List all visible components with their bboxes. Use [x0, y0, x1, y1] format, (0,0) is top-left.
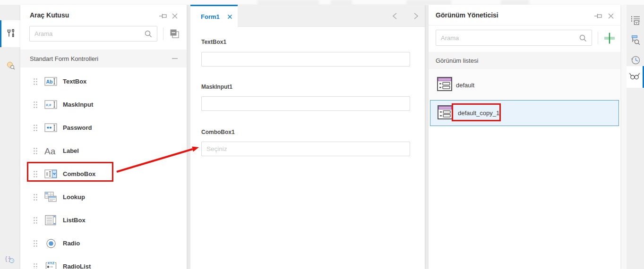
collapse-section-icon[interactable]: [171, 54, 179, 63]
code-help-icon: { } ?: [5, 254, 16, 266]
right-rail: [627, 5, 644, 269]
element-tree-search-icon: [630, 35, 641, 47]
maskinput-icon: #.#: [44, 99, 58, 110]
toolbox-item-label: Password: [63, 124, 92, 131]
form-canvas-panel: Form1 TextBox1 MaskInput1 ComboBox1: [190, 5, 425, 269]
view-list-section-header: Görünüm listesi: [429, 52, 620, 69]
rail-item-insights[interactable]: [0, 56, 20, 77]
toolbox-item-radiolist[interactable]: XYZ RadioList: [20, 255, 187, 269]
pin-icon[interactable]: [158, 11, 168, 21]
toolbox-item-label-control[interactable]: Aa Label: [20, 139, 187, 162]
field-label-textbox1: TextBox1: [201, 39, 226, 45]
divider: [598, 32, 598, 44]
listbox-icon: [44, 215, 58, 226]
combobox1-input[interactable]: [201, 142, 410, 156]
maskinput1-input[interactable]: [201, 96, 410, 111]
toolbox-item-radio[interactable]: Radio: [20, 232, 187, 255]
properties-list-icon: [630, 15, 641, 27]
close-icon[interactable]: [170, 11, 180, 21]
drag-handle-icon[interactable]: [33, 78, 38, 85]
radiolist-icon: XYZ: [44, 261, 58, 269]
toolbox-section-header: Standart Form Kontrolleri: [20, 50, 187, 67]
bulb-search-icon: [6, 61, 15, 72]
textbox1-input[interactable]: [201, 52, 410, 67]
toolbox-section-title: Standart Form Kontrolleri: [30, 55, 98, 62]
toolbox-item-label: Label: [63, 147, 79, 154]
toolbox-item-label: RadioList: [63, 263, 91, 269]
tab-nav-next-icon[interactable]: [411, 11, 421, 21]
toolbox-item-textbox[interactable]: Ab TextBox: [20, 70, 187, 93]
textbox-icon: Ab: [44, 76, 58, 87]
search-icon: [579, 34, 587, 44]
top-background-strip: [0, 0, 644, 5]
lookup-icon: [44, 192, 58, 203]
history-icon: [630, 55, 641, 67]
tools-icon: [6, 28, 16, 40]
preview-glasses-icon: [629, 72, 640, 82]
field-label-maskinput1: MaskInput1: [201, 84, 232, 90]
view-item-default-copy-1[interactable]: default_copy_1: [430, 100, 619, 126]
view-icon: [437, 76, 453, 93]
toolbox-item-label: Lookup: [63, 193, 85, 201]
drag-handle-icon[interactable]: [33, 263, 38, 269]
drag-handle-icon[interactable]: [33, 217, 38, 224]
svg-text:?: ?: [11, 259, 13, 263]
toolbox-item-maskinput[interactable]: #.# MaskInput: [20, 93, 187, 116]
search-icon: [144, 30, 153, 40]
toolbox-panel: Araç Kutusu Standart Form Kontrolleri: [20, 5, 187, 269]
view-icon: [437, 105, 453, 122]
panel-gap: [187, 5, 190, 269]
toolbox-item-label: Radio: [63, 240, 80, 247]
tab-label: Form1: [201, 13, 220, 20]
svg-text:Ab: Ab: [46, 78, 53, 84]
drag-handle-icon[interactable]: [33, 147, 38, 155]
toolbox-item-combobox[interactable]: ComboBox: [20, 162, 187, 185]
view-manager-panel: Görünüm Yöneticisi Görünüm listesi: [429, 5, 620, 269]
svg-text:#.#: #.#: [46, 102, 52, 107]
rail-item-element-search[interactable]: [627, 31, 644, 51]
toolbox-item-label: ListBox: [63, 217, 86, 224]
toolbox-item-lookup[interactable]: Lookup: [20, 185, 187, 209]
pin-icon[interactable]: [593, 11, 603, 21]
rail-item-toolbox[interactable]: [0, 20, 20, 47]
drag-handle-icon[interactable]: [33, 193, 38, 201]
view-list-section-title: Görünüm listesi: [436, 57, 478, 64]
view-item-label: default_copy_1: [458, 109, 499, 117]
toolbox-item-label: ComboBox: [63, 170, 95, 177]
svg-text:XYZ: XYZ: [48, 261, 55, 265]
tab-close-icon[interactable]: [226, 13, 234, 21]
svg-text:Aa: Aa: [44, 146, 56, 156]
view-item-default[interactable]: default: [429, 70, 620, 100]
tab-form1[interactable]: Form1: [190, 5, 238, 27]
divider: [429, 25, 620, 25]
label-icon: Aa: [44, 145, 58, 157]
combobox-icon: [44, 168, 58, 180]
view-manager-title: Görünüm Yöneticisi: [436, 11, 498, 19]
rail-item-code-help[interactable]: { } ?: [0, 250, 20, 269]
radio-icon: [44, 238, 58, 249]
close-icon[interactable]: [606, 11, 616, 21]
drag-handle-icon[interactable]: [33, 240, 38, 247]
panel-gap: [425, 5, 429, 269]
toolbox-title: Araç Kutusu: [30, 11, 69, 19]
panel-gap: [620, 5, 627, 269]
collapse-all-icon[interactable]: [167, 26, 181, 41]
rail-item-properties[interactable]: [627, 11, 644, 31]
toolbox-item-label: TextBox: [63, 78, 86, 85]
toolbox-item-listbox[interactable]: ListBox: [20, 209, 187, 232]
tab-nav-prev-icon[interactable]: [390, 11, 400, 21]
drag-handle-icon[interactable]: [33, 124, 38, 132]
drag-handle-icon[interactable]: [33, 101, 38, 109]
left-rail: { } ?: [0, 5, 20, 269]
drag-handle-icon[interactable]: [33, 170, 38, 178]
password-icon: [44, 122, 58, 134]
add-view-button[interactable]: [602, 31, 617, 45]
rail-item-preview[interactable]: [627, 66, 644, 88]
toolbox-item-password[interactable]: Password: [20, 116, 187, 139]
toolbox-item-label: MaskInput: [63, 101, 93, 108]
toolbox-search-input[interactable]: [29, 26, 157, 42]
field-label-combobox1: ComboBox1: [201, 129, 235, 135]
divider: [163, 27, 163, 40]
view-search-input[interactable]: [436, 30, 592, 46]
view-item-label: default: [456, 82, 474, 89]
